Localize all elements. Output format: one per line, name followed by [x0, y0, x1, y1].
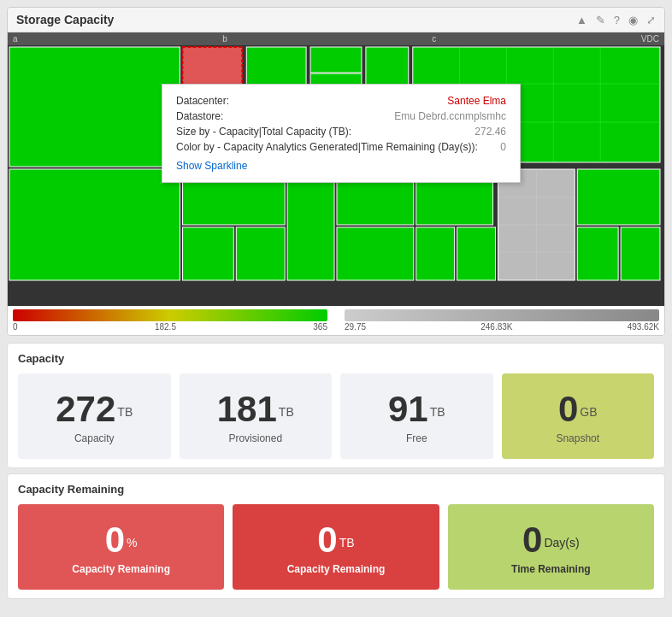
capacity-tile-capacity: 272TB Capacity [18, 373, 171, 459]
treemap-column-labels: a b c VDC [8, 32, 664, 45]
cap-unit: GB [580, 405, 597, 419]
cap-number: 91 [388, 389, 428, 429]
rem-unit: TB [339, 536, 355, 549]
svg-rect-21 [416, 227, 455, 280]
cap-number: 0 [558, 389, 578, 429]
cap-unit: TB [430, 405, 445, 419]
remaining-tiles: 0% Capacity Remaining 0TB Capacity Remai… [18, 504, 654, 590]
collapse-icon[interactable]: ▲ [576, 14, 587, 26]
svg-rect-16 [236, 227, 285, 280]
cap-number: 272 [56, 389, 115, 429]
capacity-section-title: Capacity [18, 352, 654, 365]
tooltip-size-row: Size by - Capacity|Total Capacity (TB): … [176, 126, 506, 138]
scale-bar-right: 29.75 246.83K 493.62K [345, 309, 659, 332]
widget-header: Storage Capacity ▲ ✎ ? ◉ ⤢ [8, 8, 664, 32]
cap-label: Capacity [74, 432, 115, 444]
scale-right-min: 29.75 [345, 322, 366, 332]
tooltip-size-value: 272.46 [475, 126, 506, 138]
help-icon[interactable]: ? [614, 14, 620, 26]
widget-title: Storage Capacity [16, 13, 114, 26]
tooltip-datastore-label: Datastore: [176, 110, 223, 122]
tooltip-datastore-value: Emu Debrd.ccnmplsmhc [394, 110, 506, 122]
cap-label: Provisioned [228, 432, 282, 444]
cap-unit: TB [279, 405, 294, 419]
tooltip-datastore-row: Datastore: Emu Debrd.ccnmplsmhc [176, 110, 506, 122]
capacity-remaining-section: Capacity Remaining 0% Capacity Remaining… [7, 473, 665, 599]
rem-label: Time Remaining [511, 563, 590, 575]
scale-max: 365 [313, 322, 327, 332]
expand-icon[interactable]: ⤢ [646, 14, 656, 26]
color-gradient-bar [13, 309, 327, 321]
treemap-tooltip: Datacenter: Santee Elma Datastore: Emu D… [162, 84, 521, 183]
treemap-label-a: a [13, 34, 18, 44]
scale-min: 0 [13, 322, 18, 332]
tooltip-datacenter-value: Santee Elma [447, 95, 506, 107]
svg-rect-20 [337, 227, 414, 280]
svg-rect-13 [9, 169, 180, 280]
svg-rect-3 [310, 47, 362, 73]
svg-rect-17 [287, 169, 334, 280]
scale-bar-left-ticks: 0 182.5 365 [13, 322, 327, 332]
treemap-label-c: c [432, 34, 436, 44]
svg-rect-22 [457, 227, 496, 280]
scale-bar-area: 0 182.5 365 29.75 246.83K 493.62K [8, 306, 664, 335]
cap-unit: TB [117, 405, 133, 419]
eye-icon[interactable]: ◉ [628, 14, 638, 26]
rem-unit: % [127, 536, 137, 549]
svg-rect-15 [182, 227, 233, 280]
svg-rect-24 [577, 169, 660, 225]
cap-label: Snapshot [556, 432, 599, 444]
capacity-tiles: 272TB Capacity 181TB Provisioned 91TB Fr… [18, 373, 654, 459]
remaining-tile-1: 0TB Capacity Remaining [233, 504, 439, 590]
rem-number: 0 [317, 520, 337, 560]
remaining-tile-0: 0% Capacity Remaining [18, 504, 224, 590]
gray-gradient-bar [345, 309, 659, 321]
capacity-tile-free: 91TB Free [340, 373, 493, 459]
widget-toolbar: ▲ ✎ ? ◉ ⤢ [576, 14, 656, 26]
tooltip-datacenter-label: Datacenter: [176, 95, 229, 107]
treemap-area: a b c VDC [8, 32, 664, 306]
tooltip-color-label: Color by - Capacity Analytics Generated|… [176, 141, 478, 153]
scale-bar-right-ticks: 29.75 246.83K 493.62K [345, 322, 659, 332]
capacity-tile-provisioned: 181TB Provisioned [180, 373, 333, 459]
rem-number: 0 [105, 520, 125, 560]
svg-rect-0 [9, 47, 180, 167]
capacity-remaining-title: Capacity Remaining [18, 483, 654, 496]
scale-right-max: 493.62K [628, 322, 659, 332]
scale-bar-left: 0 182.5 365 [13, 309, 327, 332]
svg-rect-25 [577, 227, 618, 280]
tooltip-color-row: Color by - Capacity Analytics Generated|… [176, 141, 506, 153]
scale-mid: 182.5 [155, 322, 176, 332]
rem-unit: Day(s) [544, 536, 579, 549]
treemap-label-d: VDC [641, 34, 659, 44]
capacity-section: Capacity 272TB Capacity 181TB Provisione… [7, 343, 665, 468]
rem-label: Capacity Remaining [287, 563, 386, 575]
cap-number: 181 [217, 389, 277, 429]
show-sparkline-link[interactable]: Show Sparkline [176, 160, 247, 172]
scale-right-mid: 246.83K [480, 322, 512, 332]
remaining-tile-2: 0Day(s) Time Remaining [448, 504, 654, 590]
rem-label: Capacity Remaining [72, 563, 170, 575]
tooltip-datacenter-row: Datacenter: Santee Elma [176, 95, 506, 107]
rem-number: 0 [522, 520, 542, 560]
edit-icon[interactable]: ✎ [596, 14, 605, 26]
svg-rect-26 [621, 227, 660, 280]
treemap-label-b: b [222, 34, 227, 44]
cap-label: Free [406, 432, 427, 444]
capacity-tile-snapshot: 0GB Snapshot [502, 373, 655, 459]
tooltip-color-value: 0 [500, 141, 506, 153]
tooltip-size-label: Size by - Capacity|Total Capacity (TB): [176, 126, 351, 138]
storage-capacity-widget: Storage Capacity ▲ ✎ ? ◉ ⤢ a b c VDC [7, 7, 665, 336]
